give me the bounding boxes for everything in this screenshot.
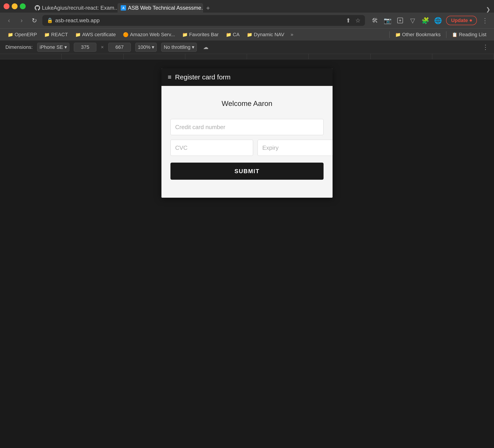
- bookmarks-separator2: [446, 31, 446, 38]
- cvc-input[interactable]: [171, 140, 253, 156]
- bookmark-reading-list[interactable]: 📋 Reading List: [449, 30, 490, 39]
- bookmark-amazon[interactable]: 🟠 Amazon Web Serv...: [120, 30, 178, 39]
- amazon-icon: 🟠: [123, 32, 129, 37]
- traffic-lights: [4, 3, 26, 9]
- bookmark-favorites[interactable]: 📁 Favorites Bar: [179, 30, 222, 39]
- folder-icon: 📁: [182, 32, 188, 37]
- folder-icon: 📁: [44, 32, 50, 37]
- ruler-segment: [62, 54, 124, 59]
- device-chevron-icon: ▾: [64, 44, 67, 50]
- update-button[interactable]: Update: [446, 16, 477, 25]
- touch-toggle[interactable]: ☁: [201, 43, 210, 51]
- share-icon[interactable]: ⬆: [346, 17, 351, 24]
- bookmark-other[interactable]: 📁 Other Bookmarks: [392, 30, 444, 39]
- welcome-text: Welcome Aaron: [222, 99, 272, 108]
- expiry-input[interactable]: [258, 140, 333, 156]
- minimize-button[interactable]: [12, 3, 18, 9]
- bookmark-other-label: Other Bookmarks: [402, 32, 441, 37]
- bookmark-openERP-label: OpenERP: [15, 32, 37, 37]
- ext4-icon[interactable]: ▽: [408, 16, 417, 25]
- bookmark-react[interactable]: 📁 REACT: [41, 30, 71, 39]
- bookmark-aws-label: AWS certificate: [82, 32, 116, 37]
- folder-icon: 📁: [247, 32, 252, 37]
- ruler-segment: [432, 54, 494, 59]
- ruler-segment: [185, 54, 247, 59]
- address-bar-row: ‹ › ↻ 🔒 asb-react.web.app ⬆ ☆ 🛠 📷 ▽ 🧩 🌐 …: [0, 12, 494, 28]
- app-title: Register card form: [175, 73, 231, 81]
- toolbar-icons: 🛠 📷 ▽ 🧩 🌐 Update ⋮: [370, 16, 490, 25]
- back-button[interactable]: ‹: [4, 16, 13, 25]
- globe-icon[interactable]: 🌐: [433, 16, 443, 25]
- bookmark-dynamic-nav-label: Dynamic NAV: [254, 32, 284, 37]
- folder-icon: 📁: [226, 32, 232, 37]
- close-button[interactable]: [4, 3, 10, 9]
- zoom-selector[interactable]: 100% ▾: [135, 43, 157, 52]
- bookmarks-right: 📁 Other Bookmarks 📋 Reading List: [388, 30, 490, 39]
- bookmarks-bar: 📁 OpenERP 📁 REACT 📁 AWS certificate 🟠 Am…: [0, 28, 494, 40]
- tab-github-label: LukeAgius/recruit-react: Exam...: [42, 5, 117, 11]
- tab-asb-label: ASB Web Technical Assessme...: [128, 5, 203, 11]
- bookmarks-more-button[interactable]: »: [288, 30, 296, 39]
- phone-frame: ≡ Register card form Welcome Aaron SUBMI…: [161, 68, 333, 198]
- height-input[interactable]: [108, 43, 131, 52]
- throttle-selector[interactable]: No throttling ▾: [161, 43, 197, 52]
- title-bar: LukeAgius/recruit-react: Exam... ✕ A ASB…: [0, 0, 494, 12]
- width-input[interactable]: [74, 43, 96, 52]
- update-label: Update: [451, 18, 468, 24]
- address-bar[interactable]: 🔒 asb-react.web.app ⬆ ☆: [42, 15, 365, 26]
- main-content: ≡ Register card form Welcome Aaron SUBMI…: [0, 59, 494, 448]
- new-tab-button[interactable]: +: [204, 4, 212, 12]
- folder-icon: 📁: [75, 32, 81, 37]
- fullscreen-button[interactable]: [20, 3, 26, 9]
- extensions-icon[interactable]: 🧩: [421, 16, 430, 25]
- bookmark-aws-cert[interactable]: 📁 AWS certificate: [72, 30, 119, 39]
- reload-button[interactable]: ↻: [30, 16, 39, 25]
- zoom-label: 100%: [138, 44, 150, 50]
- hamburger-icon[interactable]: ≡: [168, 73, 171, 81]
- update-dot: [470, 19, 472, 22]
- device-label: iPhone SE: [40, 44, 63, 50]
- bookmark-ca[interactable]: 📁 CA: [223, 30, 243, 39]
- github-icon: [35, 5, 40, 11]
- bookmark-amazon-label: Amazon Web Serv...: [130, 32, 175, 37]
- ruler-segment: [370, 54, 432, 59]
- bookmark-dynamic-nav[interactable]: 📁 Dynamic NAV: [244, 30, 287, 39]
- device-selector[interactable]: iPhone SE ▾: [37, 43, 69, 52]
- bookmark-openERP[interactable]: 📁 OpenERP: [4, 30, 40, 39]
- dimensions-separator: ×: [101, 44, 104, 50]
- bookmark-react-label: REACT: [51, 32, 68, 37]
- forward-button[interactable]: ›: [17, 16, 26, 25]
- app-header: ≡ Register card form: [161, 68, 333, 86]
- ruler-segment: [247, 54, 309, 59]
- bookmark-icon[interactable]: ☆: [355, 17, 360, 24]
- ruler-segment: [309, 54, 370, 59]
- devtools-more-button[interactable]: ⋮: [482, 43, 489, 51]
- tabs-bar: LukeAgius/recruit-react: Exam... ✕ A ASB…: [32, 0, 490, 12]
- credit-card-input[interactable]: [171, 119, 323, 135]
- throttle-label: No throttling: [164, 44, 190, 50]
- dimensions-label: Dimensions:: [5, 44, 33, 50]
- bookmarks-separator: [389, 31, 390, 38]
- ext3-icon[interactable]: [395, 16, 405, 25]
- cvc-expiry-row: [171, 140, 323, 156]
- more-icon[interactable]: ⋮: [481, 16, 490, 25]
- url-display: asb-react.web.app: [55, 17, 344, 24]
- tab-chevron[interactable]: ❯: [486, 6, 490, 12]
- form-fields: SUBMIT: [171, 119, 323, 180]
- ruler-bar: [0, 54, 494, 59]
- tab-github[interactable]: LukeAgius/recruit-react: Exam... ✕: [32, 3, 117, 12]
- submit-button[interactable]: SUBMIT: [171, 163, 323, 180]
- bookmark-ca-label: CA: [233, 32, 240, 37]
- devtools-icon[interactable]: 🛠: [370, 16, 379, 25]
- devtools-bar: Dimensions: iPhone SE ▾ × 100% ▾ No thro…: [0, 40, 494, 54]
- form-area: Welcome Aaron SUBMIT: [161, 86, 333, 198]
- screenshot-icon[interactable]: 📷: [383, 16, 392, 25]
- reading-list-icon: 📋: [452, 32, 457, 37]
- asb-favicon: A: [121, 5, 126, 11]
- throttle-chevron-icon: ▾: [192, 44, 194, 50]
- tab-asb[interactable]: A ASB Web Technical Assessme... ✕: [118, 3, 203, 12]
- ruler-segment: [0, 54, 62, 59]
- bookmark-favorites-label: Favorites Bar: [189, 32, 219, 37]
- folder-icon: 📁: [8, 32, 13, 37]
- zoom-chevron-icon: ▾: [152, 44, 154, 50]
